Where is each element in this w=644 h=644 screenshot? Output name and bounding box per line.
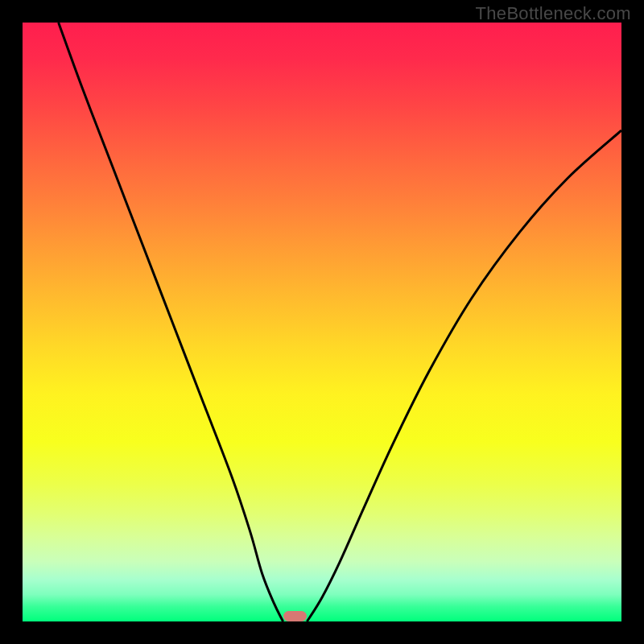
right-branch-path: [307, 130, 621, 621]
bottleneck-curve: [23, 23, 621, 621]
chart-frame: TheBottleneck.com: [0, 0, 644, 644]
watermark-text: TheBottleneck.com: [476, 3, 631, 24]
left-branch-path: [59, 23, 283, 621]
optimal-marker: [283, 611, 308, 621]
plot-area: [23, 23, 621, 621]
